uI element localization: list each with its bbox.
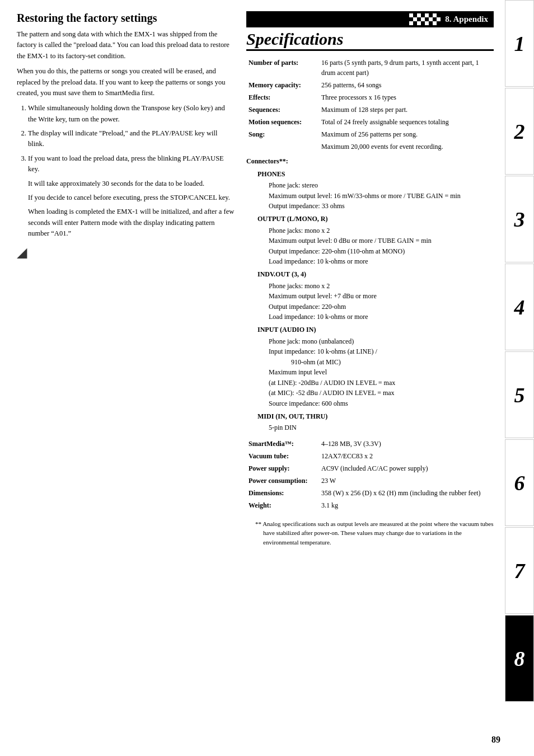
extra-spec-row-2: Power supply:AC9V (included AC/AC power … bbox=[246, 462, 494, 475]
chapter-sidebar: 12345678 bbox=[505, 0, 534, 756]
chapter-tab-2[interactable]: 2 bbox=[505, 88, 534, 175]
spec-row-2: Effects:Three processors x 16 types bbox=[246, 91, 494, 104]
note-icon: ◢ bbox=[17, 245, 235, 260]
connector-detail-0-1: Maximum output level: 16 mW/33-ohms or m… bbox=[246, 191, 494, 201]
connector-detail-3-0: Phone jack: mono (unbalanced) bbox=[246, 336, 494, 347]
page-number: 89 bbox=[491, 735, 500, 745]
extra-spec-label-4: Dimensions: bbox=[246, 487, 319, 499]
right-column: // Generate checkerboard cells (function… bbox=[246, 11, 494, 734]
extra-spec-value-0: 4–128 MB, 3V (3.3V) bbox=[319, 438, 494, 450]
spec-row-1: Memory capacity:256 patterns, 64 songs bbox=[246, 79, 494, 91]
chapter-tab-number-3: 3 bbox=[514, 207, 525, 232]
extra-specs-table: SmartMedia™:4–128 MB, 3V (3.3V)Vacuum tu… bbox=[246, 438, 494, 511]
connectors-section: Connectors**: PHONESPhone jack: stereoMa… bbox=[246, 156, 494, 433]
spec-label-0: Number of parts: bbox=[246, 57, 319, 79]
extra-spec-label-0: SmartMedia™: bbox=[246, 438, 319, 450]
specs-title: Specifications bbox=[246, 30, 494, 51]
page-container: Restoring the factory settings The patte… bbox=[0, 0, 534, 756]
chapter-tab-5[interactable]: 5 bbox=[505, 351, 534, 438]
intro-para-1: The pattern and song data with which the… bbox=[17, 29, 235, 62]
spec-label-4: Motion sequences: bbox=[246, 116, 319, 128]
main-content: Restoring the factory settings The patte… bbox=[0, 0, 505, 756]
chapter-tabs: 12345678 bbox=[505, 0, 534, 703]
connector-detail-1-1: Maximum output level: 0 dBu or more / TU… bbox=[246, 236, 494, 246]
appendix-label: 8. Appendix bbox=[445, 15, 488, 24]
connector-detail-3-2: 910-ohm (at MIC) bbox=[246, 357, 494, 368]
chapter-tab-number-6: 6 bbox=[514, 471, 525, 495]
connector-section-1: OUTPUT (L/MONO, R) bbox=[246, 214, 494, 224]
connector-detail-2-3: Load impedance: 10 k-ohms or more bbox=[246, 312, 494, 322]
spec-label-3: Sequences: bbox=[246, 104, 319, 116]
spec-label-1: Memory capacity: bbox=[246, 79, 319, 91]
spec-row-3: Sequences:Maximum of 128 steps per part. bbox=[246, 104, 494, 116]
connectors-list: PHONESPhone jack: stereoMaximum output l… bbox=[246, 169, 494, 433]
extra-spec-value-5: 3.1 kg bbox=[319, 499, 494, 511]
connector-detail-3-6: Source impedance: 600 ohms bbox=[246, 398, 494, 409]
connector-detail-3-3: Maximum input level bbox=[246, 367, 494, 378]
chapter-tab-number-8: 8 bbox=[514, 646, 525, 671]
extra-spec-row-4: Dimensions:358 (W) x 256 (D) x 62 (H) mm… bbox=[246, 487, 494, 499]
extra-spec-value-1: 12AX7/ECC83 x 2 bbox=[319, 450, 494, 462]
chapter-tab-number-1: 1 bbox=[514, 31, 525, 56]
spec-row-5: Song:Maximum of 256 patterns per song. bbox=[246, 128, 494, 140]
chapter-tab-4[interactable]: 4 bbox=[505, 264, 534, 350]
spec-value-6: Maximum 20,000 events for event recordin… bbox=[319, 140, 494, 153]
appendix-header: // Generate checkerboard cells (function… bbox=[246, 11, 494, 27]
spec-row-4: Motion sequences:Total of 24 freely assi… bbox=[246, 116, 494, 128]
spec-row-0: Number of parts:16 parts (5 synth parts,… bbox=[246, 57, 494, 79]
chapter-tab-number-2: 2 bbox=[514, 119, 525, 144]
intro-para-2: When you do this, the patterns or songs … bbox=[17, 66, 235, 98]
extra-spec-row-1: Vacuum tube:12AX7/ECC83 x 2 bbox=[246, 450, 494, 462]
chapter-tab-6[interactable]: 6 bbox=[505, 439, 534, 526]
spec-label-6 bbox=[246, 140, 319, 153]
step-3: If you want to load the preload data, pr… bbox=[28, 153, 235, 240]
spec-value-4: Total of 24 freely assignable sequences … bbox=[319, 116, 494, 128]
left-column: Restoring the factory settings The patte… bbox=[17, 11, 235, 734]
specs-table: Number of parts:16 parts (5 synth parts,… bbox=[246, 57, 494, 153]
connectors-label: Connectors**: bbox=[246, 156, 494, 167]
spec-value-0: 16 parts (5 synth parts, 9 drum parts, 1… bbox=[319, 57, 494, 79]
extra-spec-label-3: Power consumption: bbox=[246, 475, 319, 487]
step-1: While simultaneously holding down the Tr… bbox=[28, 103, 235, 125]
steps-list: While simultaneously holding down the Tr… bbox=[28, 103, 235, 239]
connector-detail-3-4: (at LINE): -20dBu / AUDIO IN LEVEL = max bbox=[246, 378, 494, 388]
step-2: The display will indicate "Preload," and… bbox=[28, 128, 235, 150]
connector-detail-0-2: Output impedance: 33 ohms bbox=[246, 201, 494, 212]
chapter-tab-number-7: 7 bbox=[514, 558, 525, 583]
connector-detail-2-0: Phone jacks: mono x 2 bbox=[246, 281, 494, 292]
connector-detail-3-1: Input impedance: 10 k-ohms (at LINE) / bbox=[246, 346, 494, 357]
connector-detail-2-2: Output impedance: 220-ohm bbox=[246, 302, 494, 312]
extra-spec-row-0: SmartMedia™:4–128 MB, 3V (3.3V) bbox=[246, 438, 494, 450]
extra-spec-value-2: AC9V (included AC/AC power supply) bbox=[319, 462, 494, 475]
extra-spec-row-5: Weight:3.1 kg bbox=[246, 499, 494, 511]
chapter-tab-3[interactable]: 3 bbox=[505, 176, 534, 262]
extra-spec-row-3: Power consumption:23 W bbox=[246, 475, 494, 487]
chapter-tab-number-5: 5 bbox=[514, 383, 525, 407]
chapter-tab-1[interactable]: 1 bbox=[505, 0, 534, 87]
connector-section-4: MIDI (IN, OUT, THRU) bbox=[246, 411, 494, 422]
connector-section-0: PHONES bbox=[246, 169, 494, 180]
spec-value-1: 256 patterns, 64 songs bbox=[319, 79, 494, 91]
spec-value-2: Three processors x 16 types bbox=[319, 91, 494, 104]
spec-value-3: Maximum of 128 steps per part. bbox=[319, 104, 494, 116]
footnote-text: ** Analog specifications such as output … bbox=[246, 519, 494, 547]
footnote-section: ** Analog specifications such as output … bbox=[246, 519, 494, 547]
connector-detail-0-0: Phone jack: stereo bbox=[246, 180, 494, 191]
connector-section-3: INPUT (AUDIO IN) bbox=[246, 325, 494, 335]
checkerboard-icon: // Generate checkerboard cells (function… bbox=[409, 13, 441, 25]
chapter-tab-8[interactable]: 8 bbox=[505, 615, 534, 702]
chapter-tab-7[interactable]: 7 bbox=[505, 527, 534, 614]
extra-spec-label-5: Weight: bbox=[246, 499, 319, 511]
connector-detail-1-2: Output impedance: 220-ohm (110-ohm at MO… bbox=[246, 246, 494, 257]
spec-value-5: Maximum of 256 patterns per song. bbox=[319, 128, 494, 140]
extra-spec-value-4: 358 (W) x 256 (D) x 62 (H) mm (including… bbox=[319, 487, 494, 499]
spec-row-6: Maximum 20,000 events for event recordin… bbox=[246, 140, 494, 153]
left-section-title: Restoring the factory settings bbox=[17, 11, 235, 25]
extra-spec-label-1: Vacuum tube: bbox=[246, 450, 319, 462]
connector-detail-3-5: (at MIC): -52 dBu / AUDIO IN LEVEL = max bbox=[246, 388, 494, 398]
connector-detail-2-1: Maximum output level: +7 dBu or more bbox=[246, 291, 494, 302]
spec-label-2: Effects: bbox=[246, 91, 319, 104]
extra-spec-label-2: Power supply: bbox=[246, 462, 319, 475]
connector-section-2: INDV.OUT (3, 4) bbox=[246, 269, 494, 280]
connector-detail-4-0: 5-pin DIN bbox=[246, 422, 494, 433]
